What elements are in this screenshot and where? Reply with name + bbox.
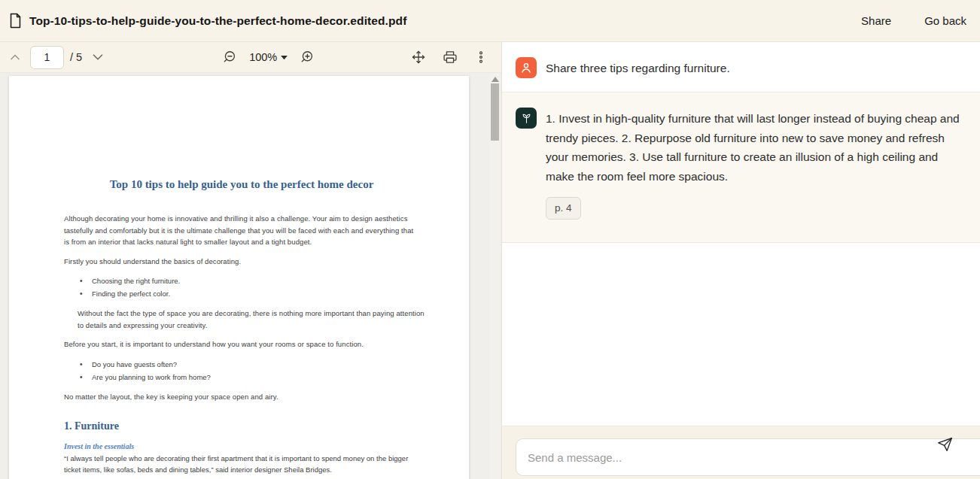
document-section-heading: 1. Furniture <box>64 420 419 432</box>
caret-down-icon <box>281 55 288 60</box>
zoom-in-button[interactable] <box>298 48 316 66</box>
share-button[interactable]: Share <box>861 14 891 27</box>
zoom-out-button[interactable] <box>221 48 239 66</box>
tool-buttons <box>409 48 489 66</box>
document-paragraph: Although decorating your home is innovat… <box>64 213 419 248</box>
composer-box <box>516 438 980 476</box>
document-paragraph: Before you start, it is important to und… <box>64 338 419 350</box>
assistant-message-body: 1. Invest in high-quality furniture that… <box>546 108 966 220</box>
pdf-toolbar: / 5 <box>0 42 501 73</box>
print-button[interactable] <box>441 48 459 66</box>
go-back-button[interactable]: Go back <box>924 14 966 27</box>
page-reference-badge[interactable]: p. 4 <box>546 197 581 220</box>
chat-pane: Share three tips regarding furniture. 1.… <box>502 42 980 479</box>
zoom-out-icon <box>222 50 237 65</box>
send-icon <box>937 437 953 453</box>
user-message-text: Share three tips regarding furniture. <box>546 59 730 78</box>
assistant-message: 1. Invest in high-quality furniture that… <box>502 92 980 243</box>
assistant-message-text: 1. Invest in high-quality furniture that… <box>546 109 966 186</box>
scrollbar-up-arrow-icon[interactable] <box>492 77 499 82</box>
document-paragraph: No matter the layout, the key is keeping… <box>64 391 419 403</box>
printer-icon <box>443 50 458 65</box>
pdf-viewport: Top 10 tips to help guide you to the per… <box>0 73 501 479</box>
pdf-page: Top 10 tips to help guide you to the per… <box>9 76 469 479</box>
zoom-controls: 100% <box>221 48 316 66</box>
user-avatar <box>516 57 537 78</box>
file-title: Top-10-tips-to-help-guide-you-to-the-per… <box>29 14 406 28</box>
user-message: Share three tips regarding furniture. <box>502 42 980 92</box>
move-icon <box>411 50 426 65</box>
chat-empty-space <box>502 243 980 426</box>
page-controls: / 5 <box>6 46 108 69</box>
more-options-button[interactable] <box>473 48 489 66</box>
chevron-up-icon <box>8 50 23 65</box>
document-bullet-list: Do you have guests often? Are you planni… <box>64 358 419 384</box>
zoom-in-icon <box>300 50 315 65</box>
composer <box>502 426 980 479</box>
send-button[interactable] <box>937 437 953 453</box>
bullet-item: Are you planning to work from home? <box>64 371 419 384</box>
main: / 5 <box>0 42 980 479</box>
document-title: Top 10 tips to help guide you to the per… <box>64 178 419 191</box>
file-info: Top-10-tips-to-help-guide-you-to-the-per… <box>9 13 406 29</box>
zoom-level-label: 100% <box>249 51 277 63</box>
bullet-item: Choosing the right furniture. <box>64 274 419 287</box>
pdf-pane: / 5 <box>0 42 502 479</box>
person-icon <box>519 61 533 74</box>
document-subheading: Invest in the essentials <box>64 442 419 450</box>
document-bullet-list: Choosing the right furniture. Finding th… <box>64 274 419 300</box>
page-number-input[interactable] <box>30 46 64 69</box>
bullet-item: Do you have guests often? <box>64 358 419 371</box>
top-bar: Top-10-tips-to-help-guide-you-to-the-per… <box>0 0 980 42</box>
zoom-level-dropdown[interactable]: 100% <box>249 51 288 63</box>
document-paragraph: Without the fact the type of space you a… <box>78 308 430 331</box>
page-count-label: / 5 <box>70 51 82 63</box>
page-up-button[interactable] <box>6 48 24 66</box>
pdf-scrollbar[interactable] <box>490 73 500 479</box>
document-paragraph: Firstly you should understand the basics… <box>64 256 419 268</box>
document-icon <box>9 13 22 29</box>
user-message-body: Share three tips regarding furniture. <box>546 57 730 78</box>
sprout-icon <box>520 112 533 125</box>
topbar-actions: Share Go back <box>861 14 966 27</box>
pan-tool-button[interactable] <box>409 48 428 66</box>
kebab-menu-icon <box>474 50 488 65</box>
document-paragraph: “I always tell people who are decorating… <box>64 453 419 475</box>
bullet-item: Finding the perfect color. <box>64 287 419 300</box>
page-dropdown-button[interactable] <box>88 47 108 67</box>
scrollbar-thumb[interactable] <box>491 83 499 141</box>
chevron-down-icon <box>90 49 106 65</box>
pdf-page-content: Top 10 tips to help guide you to the per… <box>9 76 469 479</box>
message-input[interactable] <box>516 438 980 476</box>
app: Top-10-tips-to-help-guide-you-to-the-per… <box>0 0 980 479</box>
assistant-avatar <box>516 108 537 129</box>
